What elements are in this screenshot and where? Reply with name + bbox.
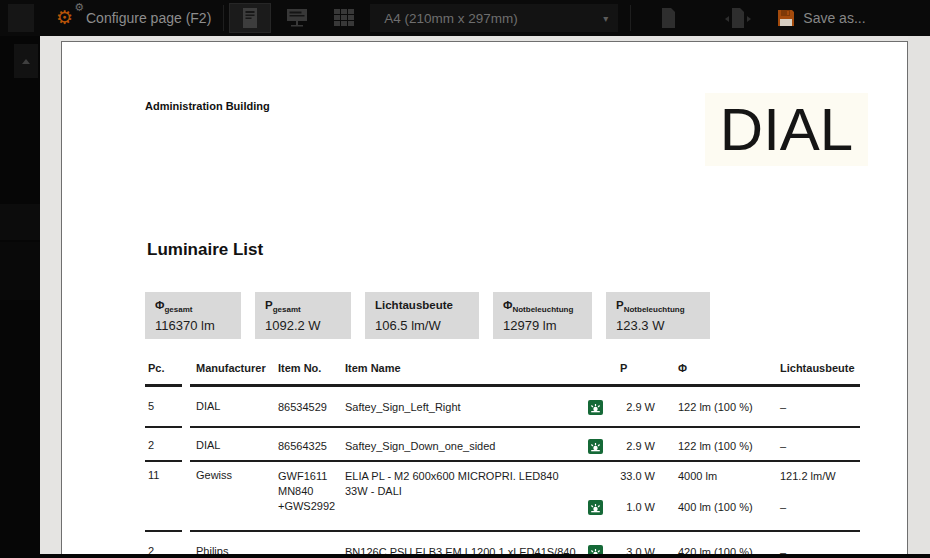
cell-item-no: 86534529 — [278, 400, 345, 415]
summary-symbol: P — [265, 299, 273, 311]
app-window: ⚙ ⚙ Configure page (F2) — [0, 0, 930, 558]
summary-subscript: Notbeleuchtung — [512, 305, 573, 314]
sidebar-section — [0, 242, 40, 300]
summary-value: 106.5 lm/W — [375, 318, 479, 333]
gear-small-icon: ⚙ — [74, 1, 84, 14]
cell-photometrics: 33.0 W 4000 lm 121.2 lm/W 1.0 W — [588, 469, 860, 516]
summary-box-emergency-power: PNotbeleuchtung 123.3 W — [606, 292, 710, 339]
dial-logo: DIAL — [705, 93, 868, 166]
summary-value: 116370 lm — [155, 318, 241, 333]
page-navigation-icon — [721, 7, 755, 29]
cell-manufacturer: DIAL — [196, 400, 278, 412]
cell-manufacturer: DIAL — [196, 439, 278, 451]
cell-efficacy: – — [780, 401, 786, 413]
save-as-button[interactable]: Save as... — [777, 9, 865, 27]
sidebar-scroll-up-button[interactable] — [14, 44, 38, 78]
cell-pc: 5 — [145, 400, 196, 412]
dial-logo-text: DIAL — [720, 100, 853, 160]
cell-item-no: GWF1611 MN840 +GWS2992 — [278, 469, 345, 514]
scrollbar-track[interactable] — [908, 36, 930, 558]
configure-page-button[interactable]: ⚙ ⚙ — [56, 5, 82, 31]
panel-corner-button[interactable] — [8, 4, 34, 32]
left-sidebar — [0, 36, 40, 558]
summary-box-emergency-flux: ΦNotbeleuchtung 12979 lm — [493, 292, 592, 339]
summary-value: 12979 lm — [503, 318, 592, 333]
cell-power: 2.9 W — [588, 440, 655, 452]
summary-symbol: P — [616, 299, 624, 311]
summary-subscript: Notbeleuchtung — [624, 305, 685, 314]
chevron-up-icon — [22, 59, 30, 64]
summary-symbol: Lichtausbeute — [375, 299, 453, 311]
header-efficacy: Lichtausbeute — [780, 362, 855, 374]
cell-pc: 2 — [145, 439, 196, 451]
summary-box-power-total: Pgesamt 1092.2 W — [255, 292, 351, 339]
blank-page-button[interactable] — [647, 3, 689, 33]
cell-efficacy: – — [780, 440, 786, 452]
header-power: P — [620, 362, 627, 374]
page-title: Luminaire List — [147, 240, 263, 260]
cell-power: 2.9 W — [588, 401, 655, 413]
summary-box-flux-total: Φgesamt 116370 lm — [145, 292, 241, 339]
cell-item-name: Saftey_Sign_Down_one_sided — [345, 439, 588, 454]
cell-photometrics: 2.9 W 122 lm (100 %) – — [588, 439, 860, 455]
paper-size-dropdown[interactable]: A4 (210mm x 297mm) ▾ — [370, 4, 618, 32]
table-row: 11 Gewiss GWF1611 MN840 +GWS2992 ELIA PL… — [145, 462, 860, 532]
cell-flux: 400 lm (100 %) — [678, 501, 753, 513]
toolbar-separator — [223, 5, 224, 31]
cell-power: 1.0 W — [588, 501, 655, 513]
cell-flux: 122 lm (100 %) — [678, 401, 753, 413]
save-icon — [777, 9, 795, 27]
cell-photometrics: 2.9 W 122 lm (100 %) – — [588, 400, 860, 416]
sidebar-section — [0, 204, 40, 240]
report-page: Administration Building DIAL Luminaire L… — [62, 42, 907, 558]
table-header: Pc. Manufacturer Item No. Item Name P Φ … — [145, 358, 860, 387]
cell-power: 33.0 W — [588, 470, 655, 482]
table-view-icon — [332, 7, 356, 29]
table-row: 2 DIAL 86564325 Saftey_Sign_Down_one_sid… — [145, 428, 860, 462]
project-title: Administration Building — [145, 100, 270, 112]
summary-subscript: gesamt — [164, 305, 192, 314]
blank-page-icon — [659, 7, 677, 29]
save-as-label: Save as... — [803, 10, 865, 26]
header-flux: Φ — [678, 362, 687, 374]
summary-row: Φgesamt 116370 lm Pgesamt 1092.2 W Licht… — [145, 292, 724, 339]
preview-area: Administration Building DIAL Luminaire L… — [40, 36, 930, 558]
window-bottom-edge — [0, 554, 930, 558]
toolbar-separator — [630, 5, 631, 31]
cell-manufacturer: Gewiss — [196, 469, 278, 481]
cell-item-name: ELIA PL - M2 600x600 MICROPRI. LED840 33… — [345, 469, 588, 499]
configure-page-label[interactable]: Configure page (F2) — [86, 10, 211, 26]
table-row: 5 DIAL 86534529 Saftey_Sign_Left_Right — [145, 387, 860, 428]
cell-item-name: Saftey_Sign_Left_Right — [345, 400, 588, 415]
cell-efficacy: 121.2 lm/W — [780, 470, 836, 482]
report-view-button[interactable] — [229, 3, 271, 33]
summary-box-efficacy: Lichtausbeute 106.5 lm/W — [365, 292, 479, 339]
summary-value: 123.3 W — [616, 318, 710, 333]
luminaire-table: Pc. Manufacturer Item No. Item Name P Φ … — [145, 358, 860, 558]
report-view-icon — [241, 7, 259, 29]
monitor-view-button[interactable] — [276, 3, 318, 33]
cell-item-no: 86564325 — [278, 439, 345, 454]
cell-efficacy: – — [780, 501, 786, 513]
cell-flux: 4000 lm — [678, 470, 717, 482]
cell-pc: 11 — [145, 469, 196, 481]
chevron-down-icon: ▾ — [603, 13, 608, 24]
monitor-view-icon — [285, 7, 309, 29]
table-view-button[interactable] — [323, 3, 365, 33]
paper-size-label: A4 (210mm x 297mm) — [384, 11, 518, 26]
header-pc: Pc. — [148, 362, 165, 374]
summary-subscript: gesamt — [273, 305, 301, 314]
header-item-no: Item No. — [278, 362, 321, 374]
gear-icon: ⚙ — [56, 6, 73, 28]
summary-value: 1092.2 W — [265, 318, 351, 333]
toolbar: ⚙ ⚙ Configure page (F2) — [0, 0, 930, 36]
header-item-name: Item Name — [345, 362, 401, 374]
page-navigation-button[interactable] — [717, 3, 759, 33]
header-manufacturer: Manufacturer — [196, 362, 266, 374]
cell-flux: 122 lm (100 %) — [678, 440, 753, 452]
